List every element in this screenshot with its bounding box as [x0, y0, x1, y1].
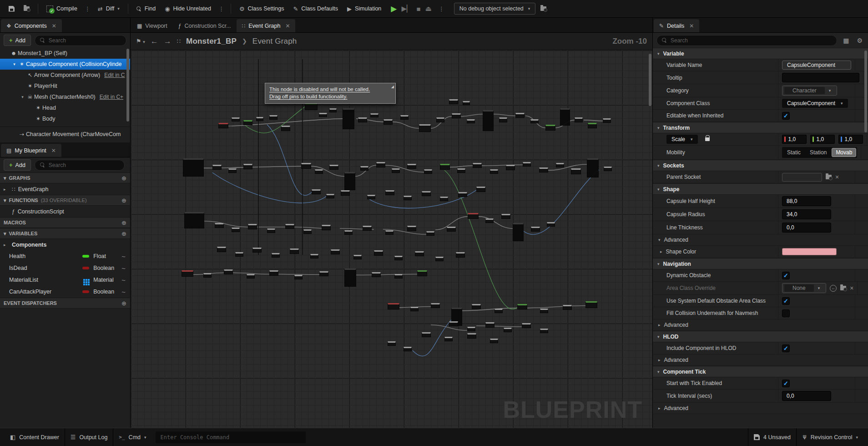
blueprint-node[interactable]	[374, 250, 383, 256]
blueprint-node[interactable]	[215, 223, 224, 228]
blueprint-node[interactable]	[367, 195, 375, 199]
blueprint-node[interactable]	[440, 164, 450, 170]
checkbox[interactable]	[782, 309, 790, 317]
blueprint-node[interactable]	[417, 270, 427, 276]
section-header-functions[interactable]: ▾FUNCTIONS(33 OVERRIDABLE)⊕	[0, 195, 130, 206]
blueprint-node[interactable]	[322, 225, 331, 230]
blueprint-node[interactable]	[385, 190, 394, 195]
graph-scrollbar[interactable]	[649, 54, 651, 106]
blueprint-node[interactable]	[344, 230, 353, 235]
blueprint-node[interactable]	[319, 113, 327, 117]
blueprint-node[interactable]	[515, 113, 525, 118]
add-blueprint-item-button[interactable]: + Add	[4, 159, 31, 171]
close-icon[interactable]: ✕	[51, 147, 56, 154]
components-scrollbar[interactable]	[126, 49, 129, 122]
breadcrumb-root[interactable]: Monster1_BP	[186, 37, 237, 46]
bookmark-icon[interactable]: ⚑ ▾	[136, 38, 145, 45]
blueprint-node[interactable]	[456, 252, 465, 258]
use-selected-icon[interactable]: ←	[830, 285, 837, 292]
advanced-row[interactable]: ▸Advanced	[653, 355, 868, 366]
stop-icon[interactable]: ■	[416, 5, 420, 13]
variable-row[interactable]: CanAttackPlayerBoolean~	[0, 286, 130, 298]
dropdown[interactable]: Character▾	[782, 86, 837, 96]
add-icon[interactable]: ⊕	[121, 230, 126, 237]
add-component-button[interactable]: + Add	[4, 35, 31, 46]
number-field[interactable]: 34,0	[782, 209, 831, 219]
tab-viewport[interactable]: ▦ Viewport	[131, 19, 173, 32]
blueprint-node[interactable]	[540, 329, 548, 333]
number-field[interactable]: 88,0	[782, 196, 831, 206]
blueprint-node[interactable]	[358, 117, 367, 122]
blueprint-node[interactable]	[457, 168, 465, 173]
blueprint-node[interactable]	[269, 115, 278, 120]
blueprint-node[interactable]	[467, 119, 475, 123]
hide-unrelated-kebab[interactable]: ⋮	[216, 5, 227, 12]
section-header-macros[interactable]: MACROS⊕	[0, 217, 130, 228]
blueprint-node[interactable]	[490, 169, 498, 174]
blueprint-node[interactable]	[424, 169, 432, 174]
expander-icon[interactable]: ▾	[19, 95, 26, 99]
socket-field[interactable]	[782, 173, 822, 182]
blueprint-node[interactable]	[431, 303, 440, 308]
blueprint-node[interactable]	[343, 108, 354, 129]
scale-axis-field[interactable]: 1,0	[810, 135, 835, 144]
blueprint-node[interactable]	[281, 126, 290, 131]
blueprint-node[interactable]	[490, 339, 498, 343]
component-tree-row[interactable]: ✶PlayerHit	[0, 81, 130, 91]
expander-icon[interactable]: ▾	[658, 238, 661, 242]
gear-icon[interactable]: ⚙	[855, 37, 864, 44]
blueprint-node[interactable]	[344, 172, 355, 190]
blueprint-node[interactable]	[329, 165, 338, 170]
blueprint-node[interactable]	[376, 162, 385, 167]
output-log-button[interactable]: ☰ Output Log	[65, 428, 113, 446]
tab-details[interactable]: ✎ Details ✕	[654, 19, 699, 32]
component-tree-row[interactable]: ✶Head	[0, 102, 130, 113]
scale-axis-field[interactable]: 1,0	[782, 135, 807, 144]
blueprint-node[interactable]	[290, 248, 299, 254]
blueprint-node[interactable]	[315, 169, 323, 174]
components-search-input[interactable]	[49, 37, 121, 44]
blueprint-node[interactable]	[228, 168, 237, 173]
class-settings-button[interactable]: ⚙ Class Settings	[235, 3, 288, 14]
text-field[interactable]	[782, 73, 859, 82]
blueprint-node[interactable]	[539, 167, 548, 172]
browse-debug-button[interactable]	[536, 4, 550, 13]
blueprint-node[interactable]	[415, 251, 424, 256]
advanced-row[interactable]: ▾Advanced	[653, 234, 868, 246]
number-field[interactable]: 0,0	[782, 391, 831, 401]
expander-icon[interactable]: ▸	[658, 323, 661, 327]
blueprint-node[interactable]	[341, 190, 350, 196]
hide-unrelated-button[interactable]: ◉ Hide Unrelated	[161, 3, 215, 14]
clear-icon[interactable]: ×	[835, 173, 839, 181]
details-section-hlod[interactable]: ▾HLOD	[653, 331, 868, 342]
add-icon[interactable]: ⊕	[121, 197, 126, 204]
not-exposed-icon[interactable]: ~	[121, 288, 126, 296]
close-icon[interactable]: ✕	[52, 23, 56, 29]
blueprint-node[interactable]	[329, 108, 337, 112]
blueprint-node[interactable]	[452, 113, 461, 118]
section-header-graphs[interactable]: ▾GRAPHS⊕	[0, 172, 130, 183]
diff-button[interactable]: ⇄ Diff ▾	[94, 3, 124, 14]
blueprint-node[interactable]	[248, 224, 257, 229]
not-exposed-icon[interactable]: ~	[121, 264, 126, 272]
blueprint-node[interactable]	[235, 252, 243, 257]
blueprint-node[interactable]	[384, 119, 393, 125]
eject-icon[interactable]: ⏏	[425, 5, 432, 13]
blueprint-node[interactable]	[588, 123, 597, 128]
details-section-navigation[interactable]: ▾Navigation	[653, 258, 868, 269]
blueprint-node[interactable]	[388, 341, 396, 346]
blueprint-node[interactable]	[483, 110, 494, 131]
debug-object-selector[interactable]: No debug object selected ▾	[454, 3, 536, 15]
breadcrumb-leaf[interactable]: Event Graph	[252, 37, 297, 46]
checkbox[interactable]: ✓	[782, 345, 790, 352]
browse-asset-button[interactable]	[20, 4, 34, 13]
blueprint-node[interactable]	[495, 309, 503, 313]
save-button[interactable]	[5, 4, 19, 14]
blueprint-node[interactable]	[372, 272, 381, 277]
blueprint-node[interactable]	[363, 226, 372, 231]
blueprint-node[interactable]	[247, 274, 255, 279]
blueprint-node[interactable]	[468, 213, 479, 219]
clear-icon[interactable]: ×	[850, 284, 853, 292]
blueprint-node[interactable]	[560, 108, 570, 126]
checkbox[interactable]: ✓	[782, 272, 790, 279]
